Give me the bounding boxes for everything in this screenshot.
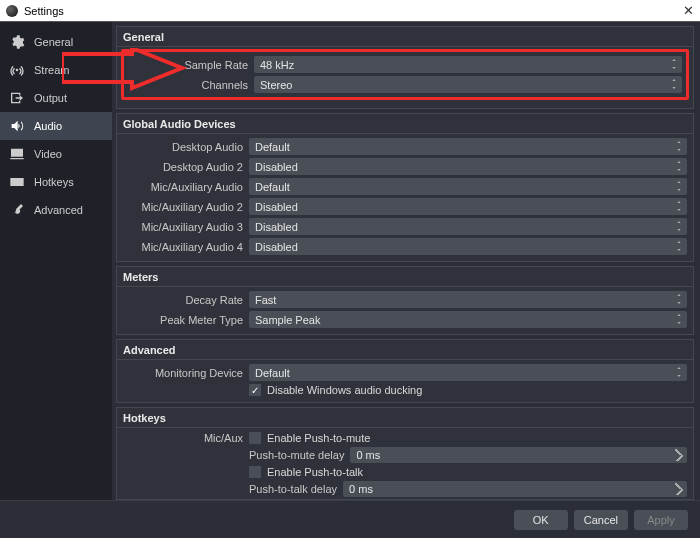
sidebar-item-label: Advanced xyxy=(34,204,83,216)
label-ptm-delay: Push-to-mute delay xyxy=(249,449,344,461)
group-header: Hotkeys xyxy=(117,408,693,428)
checkbox-disable-ducking[interactable]: ✓ xyxy=(249,384,261,396)
speaker-icon xyxy=(8,118,26,134)
label-desktop-audio: Desktop Audio xyxy=(123,141,243,153)
select-peak-meter-type[interactable]: Sample Peak xyxy=(249,311,687,328)
sidebar-item-label: Video xyxy=(34,148,62,160)
sidebar-item-audio[interactable]: Audio xyxy=(0,112,112,140)
sidebar-item-label: Audio xyxy=(34,120,62,132)
window-title: Settings xyxy=(24,5,64,17)
group-header: Advanced xyxy=(117,340,693,360)
label-micaux: Mic/Aux xyxy=(123,432,243,444)
checkbox-micaux-ptm[interactable] xyxy=(249,432,261,444)
label-desktop-audio-2: Desktop Audio 2 xyxy=(123,161,243,173)
group-global-audio-devices: Global Audio Devices Desktop AudioDefaul… xyxy=(116,113,694,262)
sidebar-item-label: General xyxy=(34,36,73,48)
close-icon[interactable]: ✕ xyxy=(683,3,694,18)
gear-icon xyxy=(8,34,26,50)
select-monitoring-device[interactable]: Default xyxy=(249,364,687,381)
ok-button[interactable]: OK xyxy=(514,510,568,530)
select-mic-aux-audio-4[interactable]: Disabled xyxy=(249,238,687,255)
select-desktop-audio-2[interactable]: Disabled xyxy=(249,158,687,175)
group-general: General Sample Rate 48 kHz Channels Ster… xyxy=(116,26,694,109)
sidebar-item-stream[interactable]: Stream xyxy=(0,56,112,84)
sidebar-item-output[interactable]: Output xyxy=(0,84,112,112)
group-header: General xyxy=(117,27,693,47)
group-advanced: Advanced Monitoring DeviceDefault ✓ Disa… xyxy=(116,339,694,403)
broadcast-icon xyxy=(8,62,26,78)
apply-button[interactable]: Apply xyxy=(634,510,688,530)
cancel-button[interactable]: Cancel xyxy=(574,510,628,530)
label-peak-meter-type: Peak Meter Type xyxy=(123,314,243,326)
label-disable-ducking: Disable Windows audio ducking xyxy=(267,384,422,396)
label-sample-rate: Sample Rate xyxy=(128,59,248,71)
label-enable-ptm: Enable Push-to-mute xyxy=(267,432,370,444)
select-mic-aux-audio-2[interactable]: Disabled xyxy=(249,198,687,215)
spin-ptt-delay-micaux[interactable]: 0 ms xyxy=(343,481,687,497)
select-desktop-audio[interactable]: Default xyxy=(249,138,687,155)
select-mic-aux-audio-3[interactable]: Disabled xyxy=(249,218,687,235)
dialog-button-bar: OK Cancel Apply xyxy=(0,500,700,538)
group-hotkeys: Hotkeys Mic/Aux Enable Push-to-mute Push… xyxy=(116,407,694,500)
label-enable-ptt: Enable Push-to-talk xyxy=(267,466,363,478)
spin-ptm-delay-micaux[interactable]: 0 ms xyxy=(350,447,687,463)
tools-icon xyxy=(8,202,26,218)
select-sample-rate[interactable]: 48 kHz xyxy=(254,56,682,73)
group-header: Meters xyxy=(117,267,693,287)
label-mic-aux-audio-4: Mic/Auxiliary Audio 4 xyxy=(123,241,243,253)
label-ptt-delay: Push-to-talk delay xyxy=(249,483,337,495)
settings-sidebar: General Stream Output Audio Video xyxy=(0,22,112,500)
app-icon xyxy=(6,5,18,17)
sidebar-item-video[interactable]: Video xyxy=(0,140,112,168)
titlebar: Settings ✕ xyxy=(0,0,700,22)
select-decay-rate[interactable]: Fast xyxy=(249,291,687,308)
sidebar-item-hotkeys[interactable]: Hotkeys xyxy=(0,168,112,196)
label-monitoring-device: Monitoring Device xyxy=(123,367,243,379)
highlight-box: Sample Rate 48 kHz Channels Stereo xyxy=(121,49,689,100)
group-meters: Meters Decay RateFast Peak Meter TypeSam… xyxy=(116,266,694,335)
label-channels: Channels xyxy=(128,79,248,91)
sidebar-item-advanced[interactable]: Advanced xyxy=(0,196,112,224)
sidebar-item-label: Hotkeys xyxy=(34,176,74,188)
sidebar-item-label: Stream xyxy=(34,64,69,76)
output-icon xyxy=(8,90,26,106)
sidebar-item-general[interactable]: General xyxy=(0,28,112,56)
checkbox-micaux-ptt[interactable] xyxy=(249,466,261,478)
sidebar-item-label: Output xyxy=(34,92,67,104)
label-mic-aux-audio: Mic/Auxiliary Audio xyxy=(123,181,243,193)
monitor-icon xyxy=(8,146,26,162)
select-mic-aux-audio[interactable]: Default xyxy=(249,178,687,195)
label-mic-aux-audio-3: Mic/Auxiliary Audio 3 xyxy=(123,221,243,233)
group-header: Global Audio Devices xyxy=(117,114,693,134)
settings-content: General Sample Rate 48 kHz Channels Ster… xyxy=(112,22,700,500)
keyboard-icon xyxy=(8,174,26,190)
label-decay-rate: Decay Rate xyxy=(123,294,243,306)
select-channels[interactable]: Stereo xyxy=(254,76,682,93)
label-mic-aux-audio-2: Mic/Auxiliary Audio 2 xyxy=(123,201,243,213)
